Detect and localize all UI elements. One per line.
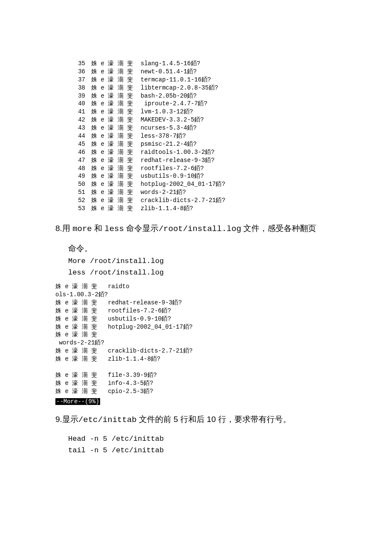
terminal-row: 40姝 e 濠 湔 斐 iproute-2.4.7-7銆? xyxy=(68,100,358,108)
line-prefix: 姝 e 濠 湔 斐 xyxy=(91,76,141,84)
line-prefix: 姝 e 濠 湔 斐 xyxy=(91,188,141,197)
terminal-line: words-2-21銆? xyxy=(55,339,358,347)
line-number: 46 xyxy=(68,148,91,156)
line-number: 45 xyxy=(68,140,91,148)
line-value: lvm-1.0.3-12銆? xyxy=(141,108,193,116)
line-number: 53 xyxy=(68,205,91,213)
line-number: 52 xyxy=(68,197,91,205)
line-prefix: 姝 e 濠 湔 斐 xyxy=(91,60,141,68)
line-prefix: 姝 e 濠 湔 斐 xyxy=(91,172,141,180)
line-number: 51 xyxy=(68,188,91,197)
terminal-line: 姝 e 濠 湔 斐 cracklib-dicts-2.7-21銆? xyxy=(55,347,358,355)
terminal-row: 49姝 e 濠 湔 斐usbutils-0.9-10銆? xyxy=(68,172,358,180)
terminal-row: 48姝 e 濠 湔 斐rootfiles-7.2-6銆? xyxy=(68,165,358,173)
line-value: words-2-21銆? xyxy=(141,188,186,197)
question-8-heading: 8.用 more 和 less 命令显示/root/install.log 文件… xyxy=(55,222,358,235)
terminal-line xyxy=(55,363,358,371)
line-number: 36 xyxy=(68,68,91,76)
terminal-row: 37姝 e 濠 湔 斐termcap-11.0.1-16銆? xyxy=(68,76,358,84)
question-number: 8. xyxy=(55,224,62,233)
line-value: cracklib-dicts-2.7-21銆? xyxy=(141,197,225,205)
terminal-row: 41姝 e 濠 湔 斐lvm-1.0.3-12銆? xyxy=(68,108,358,116)
terminal-row: 38姝 e 濠 湔 斐libtermcap-2.0.8-35銆? xyxy=(68,84,358,92)
line-value: less-378-7銆? xyxy=(141,132,186,140)
line-value: ncurses-5.3-4銆? xyxy=(141,124,197,132)
line-value: psmisc-21.2-4銆? xyxy=(141,140,197,148)
line-number: 35 xyxy=(68,60,91,68)
line-value: raidtools-1.00.3-2銆? xyxy=(141,148,215,156)
line-prefix: 姝 e 濠 湔 斐 xyxy=(91,100,141,108)
command-less: less /root/install.log xyxy=(68,267,358,278)
command-head: Head -n 5 /etc/inittab xyxy=(68,433,358,445)
terminal-row: 53姝 e 濠 湔 斐zlib-1.1.4-8銆? xyxy=(68,205,358,213)
line-prefix: 姝 e 濠 湔 斐 xyxy=(91,108,141,116)
line-number: 48 xyxy=(68,165,91,173)
line-number: 42 xyxy=(68,116,91,124)
line-prefix: 姝 e 濠 湔 斐 xyxy=(91,116,141,124)
line-value: zlib-1.1.4-8銆? xyxy=(141,205,193,213)
terminal-line: 姝 e 濠 湔 斐 redhat-release-9-3銆? xyxy=(55,299,358,307)
line-value: redhat-release-9-3銆? xyxy=(141,156,215,165)
terminal-line: 姝 e 濠 湔 斐 hotplug-2002_04_01-17銆? xyxy=(55,323,358,331)
line-number: 37 xyxy=(68,76,91,84)
line-value: usbutils-0.9-10銆? xyxy=(141,172,204,180)
line-prefix: 姝 e 濠 湔 斐 xyxy=(91,124,141,132)
terminal-row: 45姝 e 濠 湔 斐psmisc-21.2-4銆? xyxy=(68,140,358,148)
question-number: 9. xyxy=(55,415,62,424)
terminal-row: 44姝 e 濠 湔 斐less-378-7銆? xyxy=(68,132,358,140)
terminal-row: 39姝 e 濠 湔 斐bash-2.05b-20銆? xyxy=(68,92,358,100)
line-value: newt-0.51.4-1銆? xyxy=(141,68,197,76)
terminal-line: 姝 e 濠 湔 斐 usbutils-0.9-10銆? xyxy=(55,315,358,323)
command-tail: tail -n 5 /etc/inittab xyxy=(68,445,358,456)
line-prefix: 姝 e 濠 湔 斐 xyxy=(91,148,141,156)
line-number: 49 xyxy=(68,172,91,180)
line-prefix: 姝 e 濠 湔 斐 xyxy=(91,68,141,76)
line-prefix: 姝 e 濠 湔 斐 xyxy=(91,165,141,173)
line-number: 47 xyxy=(68,156,91,165)
line-number: 50 xyxy=(68,180,91,188)
line-number: 41 xyxy=(68,108,91,116)
terminal-row: 52姝 e 濠 湔 斐cracklib-dicts-2.7-21銆? xyxy=(68,197,358,205)
line-value: libtermcap-2.0.8-35銆? xyxy=(141,84,218,92)
terminal-line: 姝 e 濠 湔 斐 info-4.3-5銆? xyxy=(55,379,358,387)
terminal-listing-2: 姝 e 濠 湔 斐 raidtools-1.00.3-2銆?姝 e 濠 湔 斐 … xyxy=(55,283,358,395)
terminal-line: 姝 e 濠 湔 斐 rootfiles-7.2-6銆? xyxy=(55,307,358,315)
question-8-tail: 命令。 xyxy=(68,242,358,255)
line-prefix: 姝 e 濠 湔 斐 xyxy=(91,197,141,205)
terminal-line: 姝 e 濠 湔 斐 zlib-1.1.4-8銆? xyxy=(55,355,358,363)
line-prefix: 姝 e 濠 湔 斐 xyxy=(91,132,141,140)
terminal-row: 43姝 e 濠 湔 斐ncurses-5.3-4銆? xyxy=(68,124,358,132)
line-prefix: 姝 e 濠 湔 斐 xyxy=(91,140,141,148)
line-prefix: 姝 e 濠 湔 斐 xyxy=(91,92,141,100)
terminal-row: 51姝 e 濠 湔 斐words-2-21銆? xyxy=(68,188,358,197)
terminal-line: 姝 e 濠 湔 斐 xyxy=(55,331,358,339)
line-prefix: 姝 e 濠 湔 斐 xyxy=(91,180,141,188)
terminal-row: 36姝 e 濠 湔 斐newt-0.51.4-1銆? xyxy=(68,68,358,76)
line-prefix: 姝 e 濠 湔 斐 xyxy=(91,84,141,92)
terminal-listing-1: 35姝 e 濠 湔 斐slang-1.4.5-16銆?36姝 e 濠 湔 斐ne… xyxy=(68,60,358,213)
terminal-row: 50姝 e 濠 湔 斐hotplug-2002_04_01-17銆? xyxy=(68,180,358,188)
line-prefix: 姝 e 濠 湔 斐 xyxy=(91,156,141,165)
terminal-line: ols-1.00.3-2銆? xyxy=(55,291,358,299)
line-value: bash-2.05b-20銆? xyxy=(141,92,197,100)
line-number: 43 xyxy=(68,124,91,132)
question-9-heading: 9.显示/etc/inittab 文件的前 5 行和后 10 行，要求带有行号。 xyxy=(55,413,358,426)
terminal-line: 姝 e 濠 湔 斐 cpio-2.5-3銆? xyxy=(55,387,358,396)
line-number: 38 xyxy=(68,84,91,92)
line-value: iproute-2.4.7-7銆? xyxy=(141,100,208,108)
terminal-row: 42姝 e 濠 湔 斐MAKEDEV-3.3.2-5銆? xyxy=(68,116,358,124)
terminal-line: 姝 e 濠 湔 斐 file-3.39-9銆? xyxy=(55,371,358,379)
line-value: hotplug-2002_04_01-17銆? xyxy=(141,180,225,188)
terminal-row: 46姝 e 濠 湔 斐raidtools-1.00.3-2銆? xyxy=(68,148,358,156)
line-value: slang-1.4.5-16銆? xyxy=(141,60,200,68)
line-number: 40 xyxy=(68,100,91,108)
line-value: rootfiles-7.2-6銆? xyxy=(141,165,204,173)
line-prefix: 姝 e 濠 湔 斐 xyxy=(91,205,141,213)
line-value: MAKEDEV-3.3.2-5銆? xyxy=(141,116,204,124)
terminal-row: 47姝 e 濠 湔 斐redhat-release-9-3銆? xyxy=(68,156,358,165)
command-more: More /root/install.log xyxy=(68,255,358,267)
line-number: 44 xyxy=(68,132,91,140)
line-number: 39 xyxy=(68,92,91,100)
line-value: termcap-11.0.1-16銆? xyxy=(141,76,211,84)
terminal-row: 35姝 e 濠 湔 斐slang-1.4.5-16銆? xyxy=(68,60,358,68)
